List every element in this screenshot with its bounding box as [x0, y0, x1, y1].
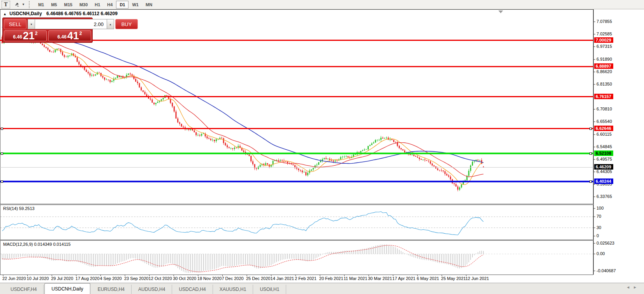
line-handle[interactable] [589, 180, 592, 183]
price-tag-6.46209[interactable]: 6.46209 [594, 164, 613, 170]
timeframe-toolbar: M1M5M15M30H1H4D1W1MN [35, 1, 156, 9]
ohlc-values: 6.46486 6.46765 6.46112 6.46209 [46, 11, 118, 16]
mt4-window: T ▼ M1M5M15M30H1H4D1W1MN ▲ USDCNH,Daily … [0, 0, 644, 294]
line-handle[interactable] [1, 128, 3, 130]
timeframe-button-H1[interactable]: H1 [91, 1, 104, 9]
timeframe-button-H4[interactable]: H4 [104, 1, 116, 9]
shift-marker-icon[interactable] [498, 10, 503, 13]
tab-xauusd-h1[interactable]: XAUUSD,H1 [213, 285, 253, 294]
one-click-trade-panel: SELL ▼ ▲ BUY 6.46 21 2 6.46 41 2 [2, 18, 93, 43]
tab-scroll-arrows[interactable]: ◄► [626, 285, 640, 289]
pane-border [0, 205, 593, 240]
ma-line-55 [2, 27, 484, 164]
timeframe-button-D1[interactable]: D1 [116, 1, 128, 9]
timeframe-button-MN[interactable]: MN [142, 1, 156, 9]
macd-signal-line [2, 245, 484, 272]
timeframe-button-M30[interactable]: M30 [76, 1, 91, 9]
volume-increase-button[interactable]: ▲ [107, 19, 114, 29]
candles [2, 35, 484, 191]
toolbar-grip [29, 1, 32, 8]
line-handle[interactable] [589, 152, 592, 155]
chart-canvas[interactable] [0, 0, 644, 294]
timeframe-button-M1[interactable]: M1 [35, 1, 48, 9]
arrows-icon [14, 2, 20, 8]
tab-usoil-h1[interactable]: USOil,H1 [253, 285, 286, 294]
buy-price-pip: 2 [79, 31, 82, 36]
sell-price-tile[interactable]: 6.46 21 2 [4, 30, 47, 41]
rsi-label: RSI(14) 59.2513 [3, 206, 35, 211]
price-tag-6.88897[interactable]: 6.88897 [594, 63, 613, 69]
collapse-triangle-icon[interactable]: ▲ [3, 12, 7, 16]
line-handle[interactable] [589, 128, 592, 130]
sell-price-prefix: 6.46 [13, 34, 22, 40]
line-handle[interactable] [1, 152, 3, 155]
volume-input[interactable] [35, 19, 107, 29]
text-tool-button[interactable]: T [2, 1, 10, 9]
macd-label: MACD(12,26,9) 0.014349 0.014115 [3, 242, 70, 247]
buy-price-big: 41 [67, 31, 79, 41]
buy-button[interactable]: BUY [115, 19, 138, 29]
macd-histogram [2, 245, 484, 273]
chart-title: ▲ USDCNH,Daily 6.46486 6.46765 6.46112 6… [3, 11, 118, 16]
price-tag-6.62646[interactable]: 6.62646 [594, 126, 613, 131]
symbol-tab-bar: USDCHF,H4USDCNH,DailyEURUSD,H4AUDUSD,H4U… [0, 283, 644, 294]
top-toolbar: T ▼ M1M5M15M30H1H4D1W1MN [0, 0, 644, 9]
price-tag-6.76157[interactable]: 6.76157 [594, 94, 613, 99]
sell-button[interactable]: SELL [4, 19, 26, 29]
timeframe-button-M15[interactable]: M15 [60, 1, 76, 9]
timeframe-button-W1[interactable]: W1 [128, 1, 142, 9]
price-tag-7.00029[interactable]: 7.00029 [594, 37, 613, 43]
price-tag-6.40244[interactable]: 6.40244 [594, 178, 613, 184]
ma-line-8 [2, 37, 484, 185]
tab-eurusd-h4[interactable]: EURUSD,H4 [91, 285, 132, 294]
arrows-dropdown-caret[interactable]: ▼ [22, 3, 25, 6]
arrows-tool-button[interactable] [13, 1, 21, 9]
timeframe-button-M5[interactable]: M5 [48, 1, 60, 9]
tab-usdcnh-daily[interactable]: USDCNH,Daily [44, 283, 90, 294]
tab-usdchf-h4[interactable]: USDCHF,H4 [4, 285, 44, 294]
line-handle[interactable] [1, 180, 3, 183]
tab-audusd-h4[interactable]: AUDUSD,H4 [132, 285, 172, 294]
buy-price-tile[interactable]: 6.46 41 2 [48, 30, 91, 41]
price-tag-6.52108[interactable]: 6.52108 [594, 150, 613, 156]
tab-usdcad-h4[interactable]: USDCAD,H4 [172, 285, 213, 294]
sell-price-big: 21 [23, 31, 35, 41]
volume-decrease-button[interactable]: ▼ [28, 19, 35, 29]
rsi-line [2, 212, 484, 235]
sell-price-pip: 2 [35, 31, 38, 36]
symbol-period-label: USDCNH,Daily [9, 11, 42, 16]
buy-price-prefix: 6.46 [57, 34, 66, 40]
